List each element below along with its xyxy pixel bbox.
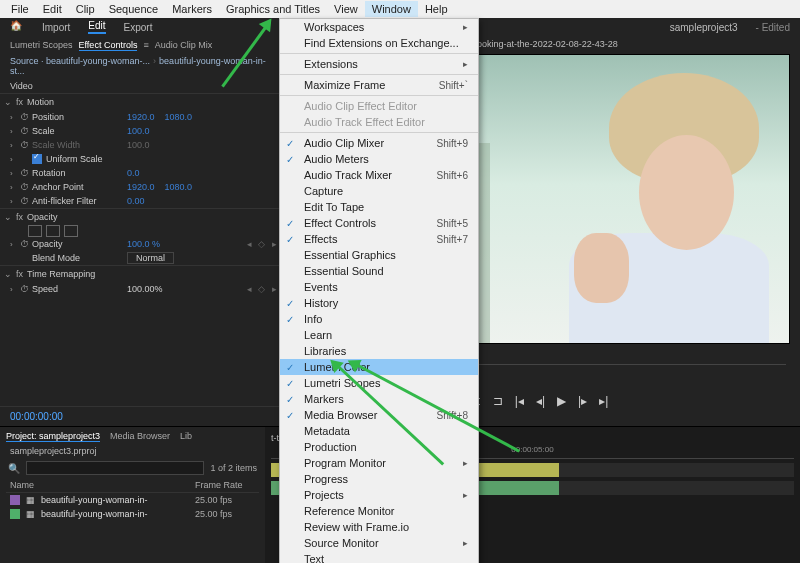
menu-item-essential-sound[interactable]: Essential Sound	[280, 263, 478, 279]
menu-item-capture[interactable]: Capture	[280, 183, 478, 199]
project-file: sampleproject3.prproj	[6, 444, 259, 458]
menu-item-text[interactable]: Text	[280, 551, 478, 563]
menu-item-review-with-frame-io[interactable]: Review with Frame.io	[280, 519, 478, 535]
check-icon: ✓	[286, 362, 294, 373]
menu-item-effect-controls[interactable]: ✓Effect ControlsShift+5	[280, 215, 478, 231]
time-remapping-category[interactable]: ⌄fxTime Remapping	[0, 265, 279, 282]
goto-out-icon[interactable]: ▸|	[599, 394, 608, 408]
video-group-label: Video	[0, 79, 279, 93]
menu-item-learn[interactable]: Learn	[280, 327, 478, 343]
prop-anti-flicker-filter[interactable]: ›⏱Anti-flicker Filter0.00	[0, 194, 279, 208]
menu-item-projects[interactable]: Projects▸	[280, 487, 478, 503]
step-back-icon[interactable]: ◂|	[536, 394, 545, 408]
speed-row[interactable]: ›⏱Speed100.00%◂ ◇ ▸	[0, 282, 279, 296]
pen-mask-icon[interactable]	[64, 225, 78, 237]
play-icon[interactable]: ▶	[557, 394, 566, 408]
prop-rotation[interactable]: ›⏱Rotation0.0	[0, 166, 279, 180]
effect-controls-panel: Lumetri Scopes Effect Controls ≡ Audio C…	[0, 36, 279, 426]
home-icon[interactable]: 🏠	[10, 20, 24, 34]
libraries-tab[interactable]: Lib	[180, 431, 192, 442]
effect-controls-timecode[interactable]: 00:00:00:00	[0, 406, 279, 426]
panel-tabs: Lumetri Scopes Effect Controls ≡ Audio C…	[0, 36, 279, 53]
menu-item-lumetri-color[interactable]: ✓Lumetri Color	[280, 359, 478, 375]
clip-thumb-icon: ▦	[26, 495, 35, 505]
check-icon: ✓	[286, 410, 294, 421]
prop-uniform-scale[interactable]: ›Uniform Scale	[0, 152, 279, 166]
menu-item-reference-monitor[interactable]: Reference Monitor	[280, 503, 478, 519]
check-icon: ✓	[286, 378, 294, 389]
prop-scale-width[interactable]: ›⏱Scale Width100.0	[0, 138, 279, 152]
menu-item-source-monitor[interactable]: Source Monitor▸	[280, 535, 478, 551]
tab-lumetri-scopes[interactable]: Lumetri Scopes	[10, 40, 73, 51]
project-item[interactable]: ▦beautiful-young-woman-in-25.00 fps	[6, 493, 259, 507]
menu-item-edit-to-tape[interactable]: Edit To Tape	[280, 199, 478, 215]
menu-item-audio-clip-mixer[interactable]: ✓Audio Clip MixerShift+9	[280, 135, 478, 151]
tab-effect-controls[interactable]: Effect Controls	[79, 40, 138, 51]
ws-edit[interactable]: Edit	[88, 20, 105, 34]
clip-thumb-icon: ▦	[26, 509, 35, 519]
clip-color-icon	[10, 509, 20, 519]
doc-state: - Edited	[756, 22, 790, 33]
col-name[interactable]: Name	[10, 480, 195, 490]
project-search-input[interactable]	[26, 461, 204, 475]
project-item[interactable]: ▦beautiful-young-woman-in-25.00 fps	[6, 507, 259, 521]
mark-out-icon[interactable]: ⊐	[493, 394, 503, 408]
menu-item-production[interactable]: Production	[280, 439, 478, 455]
check-icon: ✓	[286, 314, 294, 325]
ws-import[interactable]: Import	[42, 22, 70, 33]
menu-item-audio-meters[interactable]: ✓Audio Meters	[280, 151, 478, 167]
menu-file[interactable]: File	[4, 1, 36, 17]
prop-scale[interactable]: ›⏱Scale100.0	[0, 124, 279, 138]
ellipse-mask-icon[interactable]	[28, 225, 42, 237]
clip-color-icon	[10, 495, 20, 505]
menu-item-libraries[interactable]: Libraries	[280, 343, 478, 359]
tab-audio-clip-mixer[interactable]: Audio Clip Mix	[155, 40, 213, 51]
menu-item-audio-track-mixer[interactable]: Audio Track MixerShift+6	[280, 167, 478, 183]
check-icon: ✓	[286, 298, 294, 309]
menu-window[interactable]: Window	[365, 1, 418, 17]
checkbox-icon[interactable]	[32, 154, 42, 164]
menu-help[interactable]: Help	[418, 1, 455, 17]
menu-item-history[interactable]: ✓History	[280, 295, 478, 311]
opacity-mask-tools[interactable]	[0, 225, 279, 237]
menu-item-events[interactable]: Events	[280, 279, 478, 295]
menu-view[interactable]: View	[327, 1, 365, 17]
blend-mode-row[interactable]: Blend ModeNormal	[0, 251, 279, 265]
menu-item-audio-track-effect-editor: Audio Track Effect Editor	[280, 114, 478, 130]
project-panel: Project: sampleproject3 Media Browser Li…	[0, 427, 265, 563]
menu-item-essential-graphics[interactable]: Essential Graphics	[280, 247, 478, 263]
opacity-row[interactable]: ›⏱Opacity100.0 %◂ ◇ ▸	[0, 237, 279, 251]
search-icon[interactable]: 🔍	[8, 463, 20, 474]
media-browser-tab[interactable]: Media Browser	[110, 431, 170, 442]
menu-graphics-and-titles[interactable]: Graphics and Titles	[219, 1, 327, 17]
menu-item-info[interactable]: ✓Info	[280, 311, 478, 327]
check-icon: ✓	[286, 138, 294, 149]
menu-sequence[interactable]: Sequence	[102, 1, 166, 17]
ws-export[interactable]: Export	[124, 22, 153, 33]
panel-menu-icon[interactable]: ≡	[143, 40, 148, 51]
check-icon: ✓	[286, 234, 294, 245]
menu-markers[interactable]: Markers	[165, 1, 219, 17]
goto-in-icon[interactable]: |◂	[515, 394, 524, 408]
check-icon: ✓	[286, 394, 294, 405]
check-icon: ✓	[286, 218, 294, 229]
opacity-category[interactable]: ⌄fxOpacity	[0, 208, 279, 225]
step-fwd-icon[interactable]: |▸	[578, 394, 587, 408]
menu-item-program-monitor[interactable]: Program Monitor▸	[280, 455, 478, 471]
menu-item-extensions[interactable]: Extensions▸	[280, 56, 478, 72]
rect-mask-icon[interactable]	[46, 225, 60, 237]
motion-category[interactable]: ⌄fxMotion	[0, 93, 279, 110]
menu-clip[interactable]: Clip	[69, 1, 102, 17]
menu-item-maximize-frame[interactable]: Maximize FrameShift+`	[280, 77, 478, 93]
menu-item-effects[interactable]: ✓EffectsShift+7	[280, 231, 478, 247]
window-menu-dropdown: Workspaces▸Find Extensions on Exchange..…	[279, 18, 479, 563]
menu-edit[interactable]: Edit	[36, 1, 69, 17]
col-framerate[interactable]: Frame Rate	[195, 480, 255, 490]
project-tab[interactable]: Project: sampleproject3	[6, 431, 100, 442]
menu-item-find-extensions-on-exchange-[interactable]: Find Extensions on Exchange...	[280, 35, 478, 51]
menu-item-progress[interactable]: Progress	[280, 471, 478, 487]
prop-anchor-point[interactable]: ›⏱Anchor Point1920.01080.0	[0, 180, 279, 194]
prop-position[interactable]: ›⏱Position1920.01080.0	[0, 110, 279, 124]
menu-item-metadata[interactable]: Metadata	[280, 423, 478, 439]
menu-item-workspaces[interactable]: Workspaces▸	[280, 19, 478, 35]
